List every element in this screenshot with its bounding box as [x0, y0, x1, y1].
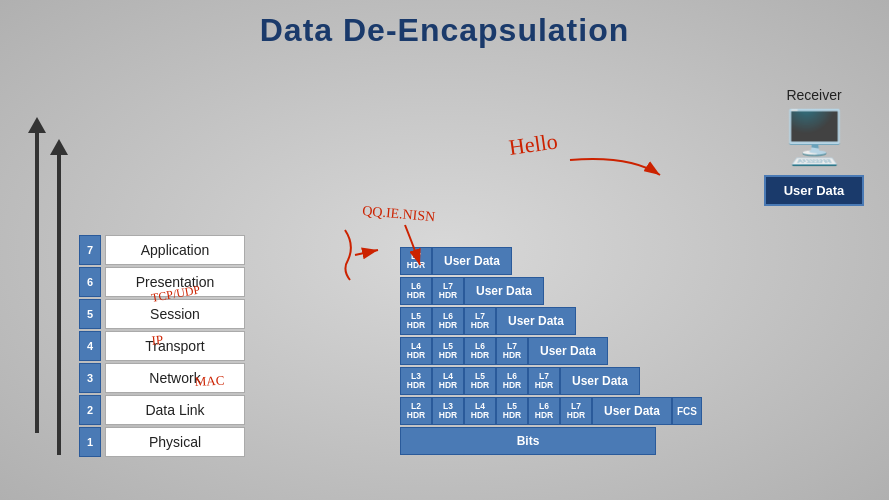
user-data-box: User Data	[432, 247, 512, 275]
bits-box: Bits	[400, 427, 656, 455]
hdr-box: L7HDR	[432, 277, 464, 305]
receiver-label: Receiver	[786, 87, 841, 103]
layer-name: Network	[105, 363, 245, 393]
table-row: L4HDR L5HDR L6HDR L7HDR User Data	[400, 337, 608, 365]
hdr-box: L4HDR	[432, 367, 464, 395]
hdr-box: L3HDR	[400, 367, 432, 395]
table-row: L3HDR L4HDR L5HDR L6HDR L7HDR User Data	[400, 367, 640, 395]
hdr-box: L5HDR	[432, 337, 464, 365]
hdr-box: L7HDR	[560, 397, 592, 425]
hdr-box: L5HDR	[400, 307, 432, 335]
list-item: 4 Transport	[79, 331, 245, 361]
list-item: 6 Presentation	[79, 267, 245, 297]
layer-name: Data Link	[105, 395, 245, 425]
user-data-box: User Data	[528, 337, 608, 365]
hdr-box: L2HDR	[400, 397, 432, 425]
layer-number: 6	[79, 267, 101, 297]
layer-name: Application	[105, 235, 245, 265]
layer-number: 5	[79, 299, 101, 329]
fcs-box: FCS	[672, 397, 702, 425]
layer-number: 4	[79, 331, 101, 361]
layer-number: 3	[79, 363, 101, 393]
hdr-box: L7HDR	[400, 247, 432, 275]
hdr-box: L6HDR	[432, 307, 464, 335]
hdr-box: L4HDR	[464, 397, 496, 425]
hdr-box: L7HDR	[496, 337, 528, 365]
hdr-box: L4HDR	[400, 337, 432, 365]
layer-number: 2	[79, 395, 101, 425]
table-row: L7HDR User Data	[400, 247, 512, 275]
layer-name: Physical	[105, 427, 245, 457]
hdr-box: L5HDR	[496, 397, 528, 425]
layer-number: 7	[79, 235, 101, 265]
layer-number: 1	[79, 427, 101, 457]
hdr-box: L7HDR	[464, 307, 496, 335]
list-item: 5 Session	[79, 299, 245, 329]
osi-model: 7 Application 6 Presentation 5 Session 4…	[20, 117, 245, 457]
hdr-box: L6HDR	[496, 367, 528, 395]
table-row: L2HDR L3HDR L4HDR L5HDR L6HDR L7HDR User…	[400, 397, 702, 425]
table-row: L5HDR L6HDR L7HDR User Data	[400, 307, 576, 335]
layer-name: Presentation	[105, 267, 245, 297]
user-data-box: User Data	[464, 277, 544, 305]
computer-icon: 🖥️	[782, 111, 847, 163]
list-item: 3 Network	[79, 363, 245, 393]
hdr-box: L6HDR	[400, 277, 432, 305]
user-data-box: User Data	[592, 397, 672, 425]
hdr-box: L7HDR	[528, 367, 560, 395]
list-item: 2 Data Link	[79, 395, 245, 425]
layer-name: Transport	[105, 331, 245, 361]
table-row: Bits	[400, 427, 656, 455]
hdr-box: L3HDR	[432, 397, 464, 425]
hdr-box: L5HDR	[464, 367, 496, 395]
hdr-box: L6HDR	[528, 397, 560, 425]
list-item: 1 Physical	[79, 427, 245, 457]
page-title: Data De-Encapsulation	[0, 0, 889, 57]
staircase-diagram: L7HDR User Data L6HDR L7HDR User Data L5…	[400, 77, 702, 457]
layer-name: Session	[105, 299, 245, 329]
layers-list: 7 Application 6 Presentation 5 Session 4…	[79, 235, 245, 457]
hdr-box: L6HDR	[464, 337, 496, 365]
user-data-box: User Data	[496, 307, 576, 335]
receiver-section: Receiver 🖥️ User Data	[764, 87, 864, 206]
user-data-box: User Data	[560, 367, 640, 395]
list-item: 7 Application	[79, 235, 245, 265]
user-data-top: User Data	[764, 175, 864, 206]
table-row: L6HDR L7HDR User Data	[400, 277, 544, 305]
